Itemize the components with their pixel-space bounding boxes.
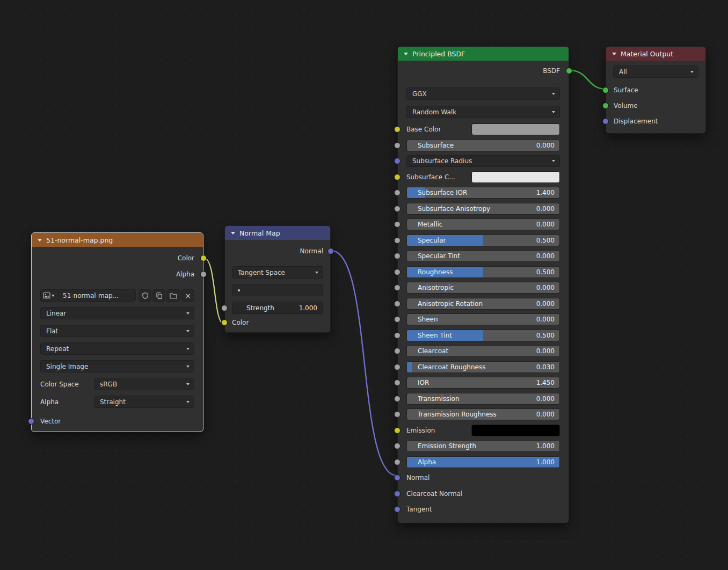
sheen-slider[interactable]: Sheen0.000 (406, 313, 560, 325)
image-name-field[interactable]: 51-normal-map... (58, 289, 136, 302)
base-color-input-socket[interactable] (394, 126, 401, 133)
subsurface-c-color-swatch[interactable] (471, 171, 560, 183)
roughness-slider[interactable]: Roughness0.500 (406, 266, 560, 278)
normal-input-socket[interactable] (394, 474, 401, 481)
ior-input-socket[interactable] (394, 379, 401, 386)
metallic-input-socket[interactable] (394, 221, 401, 228)
color-space-dropdown[interactable]: sRGB (94, 378, 194, 390)
tangent-input-socket[interactable] (394, 506, 401, 513)
clearcoat-roughness-input-socket[interactable] (394, 364, 401, 370)
specular-slider[interactable]: Specular0.500 (406, 235, 560, 246)
anisotropic-input-socket[interactable] (394, 284, 401, 291)
subsurface-radius-dropdown[interactable]: Subsurface Radius (406, 155, 560, 167)
normal-map-header[interactable]: Normal Map (225, 226, 330, 240)
subsurface-c-input-socket[interactable] (394, 174, 401, 180)
displacement-input-socket[interactable] (602, 118, 609, 125)
fake-user-shield-button[interactable] (139, 289, 151, 302)
sheen-tint-input-socket[interactable] (394, 332, 401, 339)
shader-node-editor-canvas[interactable]: { "colors": { "background": "#1d1d1d", "… (0, 0, 728, 570)
transmission-roughness-input-socket[interactable] (394, 411, 401, 418)
interpolation-dropdown[interactable]: Linear (40, 307, 194, 319)
unlink-image-button[interactable]: × (181, 289, 194, 302)
bsdf-row-sheen: Sheen0.000 (398, 313, 569, 325)
alpha-input-socket[interactable] (394, 459, 401, 465)
extension-dropdown[interactable]: Repeat (40, 342, 194, 355)
bsdf-output-socket[interactable] (566, 68, 572, 74)
transmission-slider[interactable]: Transmission0.000 (406, 393, 560, 405)
subsurface-slider[interactable]: Subsurface0.000 (406, 140, 560, 151)
clearcoat-slider[interactable]: Clearcoat0.000 (406, 345, 560, 357)
subsurface-radius-input-socket[interactable] (394, 158, 401, 164)
slider-label: Clearcoat (418, 347, 536, 355)
material-output-header[interactable]: Material Output (606, 47, 705, 61)
sheen-input-socket[interactable] (394, 316, 401, 323)
emission-strength-slider[interactable]: Emission Strength1.000 (406, 440, 560, 452)
distribution-dropdown[interactable]: GGX (406, 87, 560, 100)
alpha-slider[interactable]: Alpha1.000 (406, 456, 560, 468)
node-material-output[interactable]: Material Output All Surface Volume Displ… (606, 46, 706, 134)
wire-bsdf-to-surface[interactable] (569, 70, 606, 89)
specular-input-socket[interactable] (394, 237, 401, 244)
wire-image-color-to-normalmap-color[interactable] (203, 258, 224, 324)
subsurface-anisotropy-input-socket[interactable] (394, 206, 401, 212)
subsurface-input-socket[interactable] (394, 142, 401, 149)
specular-tint-input-socket[interactable] (394, 253, 401, 259)
collapse-chevron-icon[interactable] (231, 232, 235, 235)
alpha-mode-dropdown[interactable]: Straight (94, 396, 194, 408)
emission-strength-input-socket[interactable] (394, 443, 401, 449)
output-target-dropdown[interactable]: All (613, 65, 698, 78)
emission-color-swatch[interactable] (471, 425, 560, 436)
copy-image-button[interactable] (152, 289, 165, 302)
strength-input-socket[interactable] (221, 305, 228, 311)
subsurface-ior-input-socket[interactable] (394, 189, 401, 196)
node-title: Material Output (621, 50, 673, 58)
color-input-socket[interactable] (221, 319, 228, 326)
vector-input-socket[interactable] (28, 418, 34, 425)
node-image-texture[interactable]: 51-normal-map.png Color Alpha 51-normal-… (31, 232, 203, 432)
wire-normalmap-normal-to-bsdf-normal[interactable] (331, 251, 397, 476)
chevron-down-icon (186, 383, 190, 385)
projection-dropdown[interactable]: Flat (40, 325, 194, 337)
transmission-input-socket[interactable] (394, 396, 401, 402)
collapse-chevron-icon[interactable] (404, 53, 408, 55)
anisotropic-rotation-slider[interactable]: Anisotropic Rotation0.000 (406, 298, 560, 310)
color-output-socket[interactable] (200, 255, 207, 261)
specular-tint-slider[interactable]: Specular Tint0.000 (406, 250, 560, 262)
node-normal-map[interactable]: Normal Map Normal Tangent Space Strength… (224, 225, 331, 333)
space-dropdown[interactable]: Tangent Space (232, 266, 323, 279)
volume-input-socket[interactable] (602, 103, 609, 109)
subsurface-method-dropdown[interactable]: Random Walk (406, 106, 560, 118)
open-image-folder-button[interactable] (166, 289, 180, 302)
image-texture-header[interactable]: 51-normal-map.png (32, 233, 203, 247)
image-icon (43, 292, 50, 299)
chevron-down-icon (186, 401, 190, 403)
base-color-color-swatch[interactable] (471, 123, 560, 135)
uv-map-field[interactable] (232, 284, 323, 296)
shield-icon (142, 292, 149, 299)
node-principled-bsdf[interactable]: Principled BSDF BSDF GGX Random Walk Bas… (397, 46, 569, 523)
normal-output-socket[interactable] (327, 248, 334, 254)
clearcoat-normal-input-socket[interactable] (394, 491, 401, 497)
transmission-roughness-slider[interactable]: Transmission Roughness0.000 (406, 408, 560, 420)
principled-bsdf-header[interactable]: Principled BSDF (398, 47, 569, 61)
subsurface-ior-slider[interactable]: Subsurface IOR1.400 (406, 187, 560, 199)
metallic-slider[interactable]: Metallic0.000 (406, 218, 560, 230)
roughness-input-socket[interactable] (394, 269, 401, 275)
collapse-chevron-icon[interactable] (38, 239, 42, 242)
ior-slider[interactable]: IOR1.450 (406, 377, 560, 389)
collapse-chevron-icon[interactable] (612, 53, 616, 55)
anisotropic-rotation-input-socket[interactable] (394, 301, 401, 307)
anisotropic-slider[interactable]: Anisotropic0.000 (406, 282, 560, 294)
subsurface-anisotropy-slider[interactable]: Subsurface Anisotropy0.000 (406, 203, 560, 215)
source-dropdown[interactable]: Single Image (40, 360, 194, 372)
slider-value: 0.000 (536, 142, 555, 149)
emission-input-socket[interactable] (394, 427, 401, 434)
sheen-tint-slider[interactable]: Sheen Tint0.500 (406, 330, 560, 341)
clearcoat-roughness-slider[interactable]: Clearcoat Roughness0.030 (406, 361, 560, 373)
strength-field[interactable]: Strength 1.000 (232, 302, 323, 314)
clearcoat-input-socket[interactable] (394, 348, 401, 354)
image-browse-button[interactable] (40, 289, 58, 302)
slider-value: 0.000 (536, 284, 555, 291)
surface-input-socket[interactable] (602, 87, 609, 93)
alpha-output-socket[interactable] (200, 271, 207, 277)
